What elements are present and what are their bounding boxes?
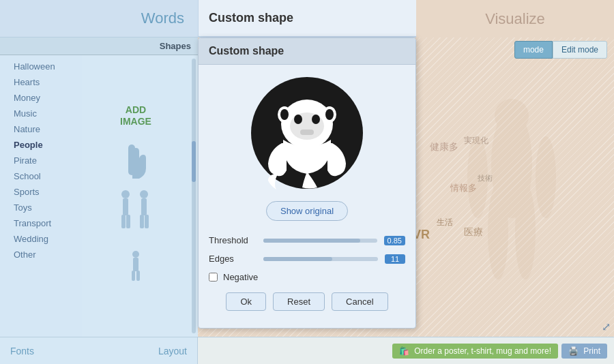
child-silhouette bbox=[126, 250, 146, 288]
category-list: Halloween Hearts Money Music Nature Peop… bbox=[0, 55, 82, 337]
dialog-buttons: Ok Reset Cancel bbox=[199, 289, 415, 314]
print-icon: 🖨️ bbox=[568, 346, 579, 356]
shapes-tab[interactable]: Shapes bbox=[0, 37, 198, 55]
sidebar-item-music[interactable]: Music bbox=[0, 106, 82, 121]
svg-point-29 bbox=[488, 184, 508, 279]
sidebar-item-wedding[interactable]: Wedding bbox=[0, 231, 82, 247]
shape-preview-area: ADDIMAGE bbox=[82, 55, 190, 337]
svg-point-35 bbox=[280, 109, 289, 120]
svg-rect-4 bbox=[126, 215, 130, 228]
people-silhouette-1 bbox=[115, 189, 156, 243]
sidebar-item-other[interactable]: Other bbox=[0, 247, 82, 262]
sidebar-item-hearts[interactable]: Hearts bbox=[0, 74, 82, 90]
svg-rect-2 bbox=[123, 198, 128, 215]
sidebar-item-school[interactable]: School bbox=[0, 168, 82, 184]
negative-checkbox[interactable] bbox=[209, 273, 218, 282]
order-icon: 🛍️ bbox=[399, 346, 409, 356]
bottom-bar: Fonts Layout 🛍️ Order a poster, t-shirt,… bbox=[0, 337, 614, 364]
edges-slider[interactable] bbox=[263, 257, 378, 261]
svg-rect-8 bbox=[145, 215, 149, 228]
svg-point-27 bbox=[467, 136, 488, 218]
show-original-button[interactable]: Show original bbox=[266, 201, 348, 221]
top-words-tab[interactable]: Words bbox=[0, 0, 198, 37]
edges-slider-fill bbox=[263, 257, 332, 261]
svg-point-30 bbox=[515, 184, 536, 279]
ok-button[interactable]: Ok bbox=[226, 292, 266, 311]
svg-rect-7 bbox=[140, 215, 144, 228]
sidebar-item-transport[interactable]: Transport bbox=[0, 215, 82, 231]
svg-rect-12 bbox=[136, 271, 140, 281]
top-custom-shape-panel: Custom shape bbox=[198, 0, 416, 37]
visualize-label: Visualize bbox=[485, 10, 545, 28]
bottom-right-actions: 🛍️ Order a poster, t-shirt, mug and more… bbox=[198, 337, 614, 364]
threshold-label: Threshold bbox=[209, 235, 257, 245]
main-container: Words Custom shape Visualize Shapes Hall… bbox=[0, 0, 614, 364]
svg-text:生活: 生活 bbox=[437, 217, 453, 227]
order-button[interactable]: 🛍️ Order a poster, t-shirt, mug and more… bbox=[392, 344, 558, 359]
svg-rect-10 bbox=[133, 258, 138, 271]
fonts-tab[interactable]: Fonts bbox=[10, 346, 34, 357]
svg-point-5 bbox=[140, 190, 148, 198]
order-label: Order a poster, t-shirt, mug and more! bbox=[414, 346, 551, 356]
left-panel-inner: Shapes Halloween Hearts Money Music Natu… bbox=[0, 37, 198, 337]
svg-text:医療: 医療 bbox=[464, 226, 483, 237]
svg-point-26 bbox=[495, 99, 529, 133]
sidebar-scrollbar[interactable] bbox=[192, 59, 196, 333]
threshold-slider[interactable] bbox=[263, 239, 377, 243]
dialog-header: Custom shape bbox=[199, 38, 415, 65]
dialog-image-area bbox=[199, 65, 415, 201]
sidebar-item-pirate[interactable]: Pirate bbox=[0, 153, 82, 168]
svg-point-9 bbox=[132, 251, 139, 258]
print-button[interactable]: 🖨️ Print bbox=[561, 344, 607, 359]
dialog-and-right-area: mode Edit mode 交通 健康 教育 健康多 実現化 通信 情報多 bbox=[198, 37, 614, 337]
edit-mode-button[interactable]: Edit mode bbox=[553, 41, 607, 59]
svg-rect-6 bbox=[141, 198, 147, 215]
edges-field: Edges 11 bbox=[199, 249, 415, 268]
svg-text:健康多: 健康多 bbox=[430, 141, 458, 152]
sidebar-content: Halloween Hearts Money Music Nature Peop… bbox=[0, 55, 198, 337]
threshold-value: 0.85 bbox=[384, 236, 405, 245]
mode-button[interactable]: mode bbox=[514, 41, 553, 59]
print-label: Print bbox=[583, 346, 600, 356]
sidebar-item-toys[interactable]: Toys bbox=[0, 200, 82, 215]
bottom-left-tabs: Fonts Layout bbox=[0, 337, 198, 364]
middle-section: Shapes Halloween Hearts Money Music Natu… bbox=[0, 37, 614, 337]
dialog-title: Custom shape bbox=[209, 45, 284, 57]
edges-value: 11 bbox=[385, 254, 405, 264]
sidebar-item-sports[interactable]: Sports bbox=[0, 184, 82, 200]
layout-tab[interactable]: Layout bbox=[158, 346, 187, 357]
top-bar: Words Custom shape Visualize bbox=[0, 0, 614, 37]
sidebar-item-money[interactable]: Money bbox=[0, 90, 82, 106]
threshold-slider-fill bbox=[263, 239, 360, 243]
svg-point-40 bbox=[290, 112, 324, 140]
reset-button[interactable]: Reset bbox=[273, 292, 325, 311]
svg-rect-11 bbox=[132, 271, 135, 281]
sidebar-item-nature[interactable]: Nature bbox=[0, 121, 82, 137]
negative-row: Negative bbox=[199, 268, 415, 289]
left-panel-column: Shapes Halloween Hearts Money Music Natu… bbox=[0, 37, 198, 337]
svg-point-1 bbox=[121, 190, 130, 198]
hand-silhouette bbox=[119, 134, 153, 182]
scrollbar-thumb bbox=[192, 141, 196, 182]
custom-shape-dialog: Custom shape bbox=[198, 37, 416, 329]
edges-label: Edges bbox=[209, 254, 257, 264]
svg-point-28 bbox=[536, 136, 556, 218]
top-visualize-tab[interactable]: Visualize bbox=[416, 0, 614, 37]
custom-shape-title: Custom shape bbox=[209, 11, 293, 25]
words-label: Words bbox=[141, 10, 184, 27]
svg-rect-0 bbox=[128, 145, 135, 175]
expand-icon[interactable]: ⤢ bbox=[602, 320, 611, 333]
mode-buttons-area: mode Edit mode bbox=[514, 41, 607, 59]
cancel-button[interactable]: Cancel bbox=[332, 292, 388, 311]
threshold-field: Threshold 0.85 bbox=[199, 231, 415, 249]
svg-rect-3 bbox=[121, 215, 126, 228]
negative-label: Negative bbox=[223, 272, 258, 282]
sidebar-item-people[interactable]: People bbox=[0, 137, 82, 153]
add-image-button[interactable]: ADDIMAGE bbox=[120, 104, 151, 127]
left-sidebar: Shapes Halloween Hearts Money Music Natu… bbox=[0, 37, 198, 337]
github-logo-image bbox=[249, 75, 365, 191]
sidebar-item-halloween[interactable]: Halloween bbox=[0, 59, 82, 74]
svg-point-36 bbox=[325, 109, 334, 120]
